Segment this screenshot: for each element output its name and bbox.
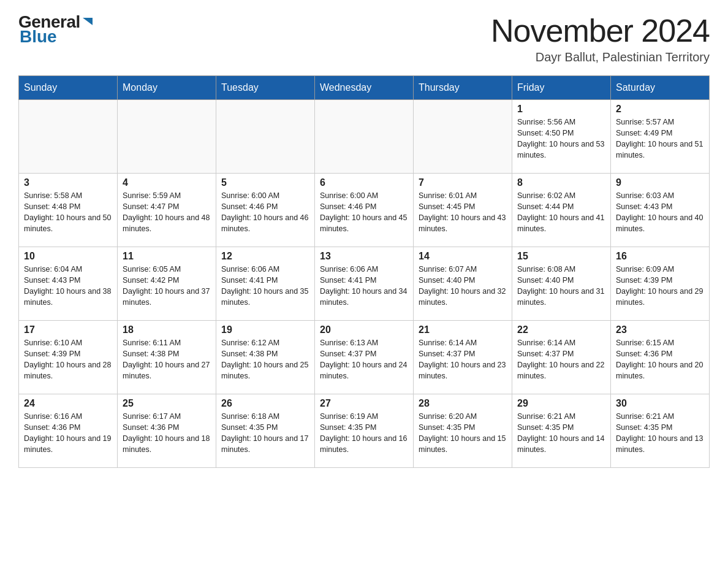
day-info: Sunrise: 6:21 AMSunset: 4:35 PMDaylight:… — [616, 411, 704, 456]
day-number: 30 — [616, 398, 704, 409]
day-number: 21 — [419, 324, 507, 335]
calendar-cell: 30Sunrise: 6:21 AMSunset: 4:35 PMDayligh… — [611, 394, 710, 468]
weekday-header-thursday: Thursday — [414, 76, 512, 100]
calendar-cell: 13Sunrise: 6:06 AMSunset: 4:41 PMDayligh… — [315, 247, 414, 321]
month-title: November 2024 — [491, 12, 710, 49]
day-number: 22 — [517, 324, 605, 335]
day-info: Sunrise: 6:06 AMSunset: 4:41 PMDaylight:… — [320, 264, 408, 308]
day-number: 17 — [24, 324, 112, 335]
calendar-cell: 24Sunrise: 6:16 AMSunset: 4:36 PMDayligh… — [19, 394, 118, 468]
day-number: 5 — [221, 177, 309, 188]
day-number: 13 — [320, 251, 408, 262]
calendar-cell: 21Sunrise: 6:14 AMSunset: 4:37 PMDayligh… — [414, 321, 512, 394]
day-info: Sunrise: 6:06 AMSunset: 4:41 PMDaylight:… — [221, 264, 309, 308]
calendar-cell: 27Sunrise: 6:19 AMSunset: 4:35 PMDayligh… — [315, 394, 414, 468]
day-info: Sunrise: 6:10 AMSunset: 4:39 PMDaylight:… — [24, 337, 112, 382]
day-number: 3 — [24, 177, 112, 188]
day-info: Sunrise: 6:20 AMSunset: 4:35 PMDaylight:… — [419, 411, 507, 456]
calendar-cell: 20Sunrise: 6:13 AMSunset: 4:37 PMDayligh… — [315, 321, 414, 394]
day-info: Sunrise: 6:19 AMSunset: 4:35 PMDaylight:… — [320, 411, 408, 456]
day-info: Sunrise: 5:59 AMSunset: 4:47 PMDaylight:… — [123, 190, 211, 235]
calendar-body: 1Sunrise: 5:56 AMSunset: 4:50 PMDaylight… — [19, 100, 710, 468]
weekday-header-row: SundayMondayTuesdayWednesdayThursdayFrid… — [19, 76, 710, 100]
weekday-header-monday: Monday — [118, 76, 216, 100]
calendar-cell: 6Sunrise: 6:00 AMSunset: 4:46 PMDaylight… — [315, 174, 414, 247]
day-info: Sunrise: 6:01 AMSunset: 4:45 PMDaylight:… — [419, 190, 507, 235]
calendar-cell: 7Sunrise: 6:01 AMSunset: 4:45 PMDaylight… — [414, 174, 512, 247]
day-number: 7 — [419, 177, 507, 188]
day-info: Sunrise: 6:14 AMSunset: 4:37 PMDaylight:… — [517, 337, 605, 382]
day-info: Sunrise: 6:16 AMSunset: 4:36 PMDaylight:… — [24, 411, 112, 456]
calendar-cell: 29Sunrise: 6:21 AMSunset: 4:35 PMDayligh… — [512, 394, 611, 468]
calendar-cell: 2Sunrise: 5:57 AMSunset: 4:49 PMDaylight… — [611, 100, 710, 174]
day-number: 29 — [517, 398, 605, 409]
day-info: Sunrise: 6:04 AMSunset: 4:43 PMDaylight:… — [24, 264, 112, 308]
calendar-cell — [315, 100, 414, 174]
day-info: Sunrise: 6:12 AMSunset: 4:38 PMDaylight:… — [221, 337, 309, 382]
calendar-week-row: 10Sunrise: 6:04 AMSunset: 4:43 PMDayligh… — [19, 247, 710, 321]
day-info: Sunrise: 6:00 AMSunset: 4:46 PMDaylight:… — [320, 190, 408, 235]
location-title: Dayr Ballut, Palestinian Territory — [491, 50, 710, 64]
day-info: Sunrise: 6:05 AMSunset: 4:42 PMDaylight:… — [123, 264, 211, 308]
logo-blue-text: Blue — [20, 27, 57, 47]
logo-arrow-icon — [82, 15, 95, 29]
weekday-header-friday: Friday — [512, 76, 611, 100]
day-info: Sunrise: 6:15 AMSunset: 4:36 PMDaylight:… — [616, 337, 704, 382]
calendar-cell: 11Sunrise: 6:05 AMSunset: 4:42 PMDayligh… — [118, 247, 216, 321]
calendar-cell: 17Sunrise: 6:10 AMSunset: 4:39 PMDayligh… — [19, 321, 118, 394]
weekday-header-wednesday: Wednesday — [315, 76, 414, 100]
calendar-cell: 12Sunrise: 6:06 AMSunset: 4:41 PMDayligh… — [216, 247, 315, 321]
calendar-cell: 15Sunrise: 6:08 AMSunset: 4:40 PMDayligh… — [512, 247, 611, 321]
day-info: Sunrise: 6:03 AMSunset: 4:43 PMDaylight:… — [616, 190, 704, 235]
calendar-cell: 9Sunrise: 6:03 AMSunset: 4:43 PMDaylight… — [611, 174, 710, 247]
day-number: 20 — [320, 324, 408, 335]
day-number: 16 — [616, 251, 704, 262]
calendar-cell — [19, 100, 118, 174]
day-number: 4 — [123, 177, 211, 188]
day-info: Sunrise: 5:57 AMSunset: 4:49 PMDaylight:… — [616, 117, 704, 161]
calendar-header: SundayMondayTuesdayWednesdayThursdayFrid… — [19, 76, 710, 100]
calendar-cell: 1Sunrise: 5:56 AMSunset: 4:50 PMDaylight… — [512, 100, 611, 174]
day-info: Sunrise: 6:09 AMSunset: 4:39 PMDaylight:… — [616, 264, 704, 308]
calendar-cell: 26Sunrise: 6:18 AMSunset: 4:35 PMDayligh… — [216, 394, 315, 468]
day-info: Sunrise: 6:11 AMSunset: 4:38 PMDaylight:… — [123, 337, 211, 382]
calendar-cell: 14Sunrise: 6:07 AMSunset: 4:40 PMDayligh… — [414, 247, 512, 321]
calendar-cell — [216, 100, 315, 174]
day-number: 10 — [24, 251, 112, 262]
page-header: General Blue November 2024 Dayr Ballut, … — [18, 12, 710, 64]
calendar-cell: 16Sunrise: 6:09 AMSunset: 4:39 PMDayligh… — [611, 247, 710, 321]
day-info: Sunrise: 6:02 AMSunset: 4:44 PMDaylight:… — [517, 190, 605, 235]
title-block: November 2024 Dayr Ballut, Palestinian T… — [491, 12, 710, 64]
day-number: 19 — [221, 324, 309, 335]
day-info: Sunrise: 6:21 AMSunset: 4:35 PMDaylight:… — [517, 411, 605, 456]
day-number: 9 — [616, 177, 704, 188]
day-number: 8 — [517, 177, 605, 188]
day-number: 26 — [221, 398, 309, 409]
day-number: 2 — [616, 104, 704, 115]
day-info: Sunrise: 6:14 AMSunset: 4:37 PMDaylight:… — [419, 337, 507, 382]
calendar-week-row: 3Sunrise: 5:58 AMSunset: 4:48 PMDaylight… — [19, 174, 710, 247]
day-number: 1 — [517, 104, 605, 115]
day-info: Sunrise: 5:58 AMSunset: 4:48 PMDaylight:… — [24, 190, 112, 235]
calendar-cell: 5Sunrise: 6:00 AMSunset: 4:46 PMDaylight… — [216, 174, 315, 247]
calendar-cell: 8Sunrise: 6:02 AMSunset: 4:44 PMDaylight… — [512, 174, 611, 247]
day-info: Sunrise: 5:56 AMSunset: 4:50 PMDaylight:… — [517, 117, 605, 161]
day-number: 23 — [616, 324, 704, 335]
day-number: 25 — [123, 398, 211, 409]
weekday-header-tuesday: Tuesday — [216, 76, 315, 100]
calendar-cell: 28Sunrise: 6:20 AMSunset: 4:35 PMDayligh… — [414, 394, 512, 468]
calendar-cell: 22Sunrise: 6:14 AMSunset: 4:37 PMDayligh… — [512, 321, 611, 394]
day-number: 15 — [517, 251, 605, 262]
calendar-cell — [414, 100, 512, 174]
calendar-cell — [118, 100, 216, 174]
day-info: Sunrise: 6:17 AMSunset: 4:36 PMDaylight:… — [123, 411, 211, 456]
day-info: Sunrise: 6:08 AMSunset: 4:40 PMDaylight:… — [517, 264, 605, 308]
weekday-header-saturday: Saturday — [611, 76, 710, 100]
day-number: 27 — [320, 398, 408, 409]
calendar-cell: 10Sunrise: 6:04 AMSunset: 4:43 PMDayligh… — [19, 247, 118, 321]
calendar-cell: 23Sunrise: 6:15 AMSunset: 4:36 PMDayligh… — [611, 321, 710, 394]
day-number: 18 — [123, 324, 211, 335]
day-info: Sunrise: 6:18 AMSunset: 4:35 PMDaylight:… — [221, 411, 309, 456]
calendar-week-row: 24Sunrise: 6:16 AMSunset: 4:36 PMDayligh… — [19, 394, 710, 468]
logo: General Blue — [18, 12, 95, 47]
